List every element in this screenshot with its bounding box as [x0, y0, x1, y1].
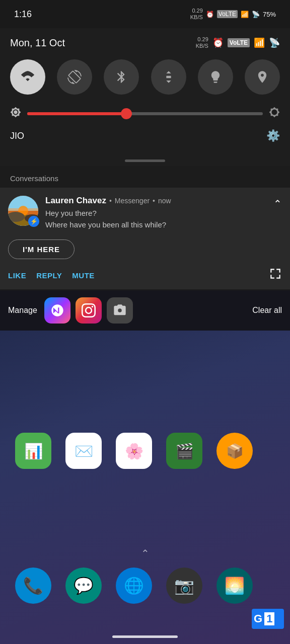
notification-app-icons [44, 297, 245, 324]
signal-qs-icon: 📡 [269, 37, 280, 48]
speed-indicator: 0.29KB/S [196, 36, 208, 49]
im-here-button[interactable]: I'M HERE [8, 239, 75, 259]
notifications-section: Conversations [0, 166, 290, 331]
up-arrow-icon[interactable]: ⌃ [141, 547, 150, 559]
watermark-1: 1 [264, 612, 274, 625]
bottom-notification-bar: Manage [0, 290, 290, 331]
notification-action-row: I'M HERE [8, 235, 282, 261]
app-icon-edge[interactable]: 🌐 [116, 568, 152, 604]
notification-sender: Lauren Chavez [45, 196, 106, 206]
brightness-thumb[interactable] [121, 108, 132, 119]
watermark: G 1 [252, 609, 284, 629]
message-line2: Where have you been all this while? [45, 220, 166, 229]
network-row: JIO ⚙️ [10, 129, 280, 147]
app-icon-messages[interactable]: 💬 [65, 568, 102, 604]
status-bar: 1:16 0.29KB/S ⏰ VoLTE 📶 📡 75% [0, 0, 290, 28]
wifi-qs-icon: 📶 [254, 37, 265, 48]
app-icon-camera2[interactable]: 📷 [166, 568, 202, 604]
network-speed-icon: 0.29KB/S [190, 8, 203, 21]
network-name: JIO [10, 131, 24, 141]
toggle-bluetooth[interactable] [104, 59, 139, 95]
wifi-status-icon: 📶 [241, 11, 249, 18]
notification-collapse-icon[interactable]: ⌃ [273, 198, 282, 210]
status-icon-group: 0.29KB/S ⏰ VoLTE 📶 📡 [196, 36, 280, 49]
toggle-datasaver[interactable] [151, 59, 186, 95]
status-time: 1:16 [14, 9, 32, 20]
toggle-autorotate[interactable] [57, 59, 92, 95]
app-icon-stats[interactable]: 📊 [15, 433, 51, 469]
signal-icon: 📡 [252, 11, 260, 18]
brightness-fill [27, 112, 126, 115]
app-icon-horizon[interactable]: 🌅 [216, 568, 253, 604]
notification-top-row: ⚡ Lauren Chavez • Messenger • now Hey yo… [8, 196, 282, 230]
app-icon-camera-small[interactable] [107, 297, 133, 324]
app-grid-row1: 📊 ✉️ 🌸 🎬 📦 [0, 433, 290, 469]
app-icon-screenr[interactable]: 🎬 [166, 433, 202, 469]
home-indicator[interactable] [112, 635, 178, 638]
date-row: Mon, 11 Oct 0.29KB/S ⏰ VoLTE 📶 📡 [10, 36, 280, 49]
date-display: Mon, 11 Oct [10, 37, 65, 49]
quick-toggles-row [10, 59, 280, 95]
toggle-flashlight[interactable] [198, 59, 233, 95]
notification-content: Lauren Chavez • Messenger • now Hey you … [45, 196, 273, 230]
app-icon-instagram-small[interactable] [76, 297, 102, 324]
battery-percentage: 75% [263, 11, 276, 18]
notification-app: Messenger [115, 197, 150, 205]
manage-button[interactable]: Manage [8, 306, 37, 315]
notification-left: ⚡ Lauren Chavez • Messenger • now Hey yo… [8, 196, 273, 230]
notification-shade: 1:16 0.29KB/S ⏰ VoLTE 📶 📡 75% Mon, 11 Oc… [0, 0, 290, 331]
app-icon-photos[interactable]: 🌸 [116, 433, 152, 469]
toggle-wifi[interactable] [10, 59, 45, 95]
notification-bottom-actions: LIKE REPLY MUTE [8, 261, 282, 283]
brightness-row [10, 107, 280, 120]
bottom-app-row: 📞 💬 🌐 📷 🌅 [0, 568, 290, 604]
app-icon-messenger-small[interactable] [44, 297, 70, 324]
mute-button[interactable]: MUTE [72, 271, 95, 280]
notification-dot2: • [153, 197, 155, 205]
scroll-bar [125, 159, 165, 162]
svg-rect-4 [8, 208, 38, 211]
app-icon-gmail[interactable]: ✉️ [65, 433, 102, 469]
reply-button[interactable]: REPLY [36, 271, 62, 280]
volte-icon: VoLTE [217, 10, 238, 18]
conversations-header: Conversations [0, 166, 290, 188]
notification-title-row: Lauren Chavez • Messenger • now [45, 196, 273, 206]
notification-dot: • [109, 197, 112, 205]
notification-message: Hey you there? Where have you been all t… [45, 208, 273, 230]
messenger-badge: ⚡ [28, 216, 39, 227]
scroll-indicator [0, 157, 290, 166]
volte-qs-icon: VoLTE [228, 38, 250, 47]
notification-action-buttons: LIKE REPLY MUTE [8, 271, 95, 280]
like-button[interactable]: LIKE [8, 271, 26, 280]
notification-time: now [158, 197, 171, 205]
brightness-slider[interactable] [27, 112, 263, 115]
brightness-auto-icon [269, 107, 280, 120]
settings-gear-icon[interactable]: ⚙️ [266, 129, 280, 142]
toggle-location[interactable] [245, 59, 280, 95]
notification-card-messenger[interactable]: ⚡ Lauren Chavez • Messenger • now Hey yo… [0, 188, 290, 289]
alarm-icon: ⏰ [206, 11, 214, 18]
message-line1: Hey you there? [45, 209, 97, 217]
avatar-container: ⚡ [8, 196, 38, 226]
brightness-low-icon [10, 107, 21, 120]
expand-icon[interactable] [269, 267, 282, 283]
app-icon-amazon[interactable]: 📦 [216, 433, 253, 469]
quick-settings-panel: Mon, 11 Oct 0.29KB/S ⏰ VoLTE 📶 📡 [0, 28, 290, 157]
status-icons: 0.29KB/S ⏰ VoLTE 📶 📡 75% [190, 8, 276, 21]
alarm-qs-icon: ⏰ [212, 37, 224, 48]
watermark-g: G [252, 612, 264, 625]
clear-all-button[interactable]: Clear all [252, 306, 282, 315]
app-icon-phone[interactable]: 📞 [15, 568, 51, 604]
